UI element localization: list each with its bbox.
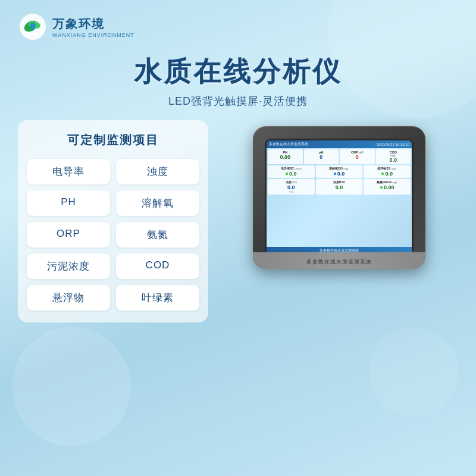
screen-cell-do: 溶解氧DO mg/L 0.0 [316,165,363,178]
main-title: 水质在线分析仪 [0,54,476,90]
device-label-area: 多参数在线水质监测系统 [253,252,425,269]
content-area: 可定制监测项目 电导率 浊度 PH 溶解氧 ORP 氨氮 污泥浓度 COD 悬浮… [0,111,476,331]
screen-bot-row: 浊度 NTU 0.0 NTU 浊度NTU 0.0 氨氮NH3-N mg/L [267,178,412,196]
monitor-item-4: ORP [27,222,110,248]
monitor-item-5: 氨氮 [116,222,199,248]
screen-cell-nh3n: 氨氮NH3-N mg/L 0.00 [364,179,411,195]
screen-cell-ec: 电导率EC uv/cm 0.0 [268,165,315,178]
brand-name-en: WANXIANG ENVIRONMENT [52,32,134,38]
right-panel: 多参数在线水质监测系统 2023/09/22 10:13:20 PH 0.00 … [220,120,458,269]
monitor-item-0: 电导率 [27,159,110,184]
device-screen: 多参数在线水质监测系统 2023/09/22 10:13:20 PH 0.00 … [267,140,412,255]
brand-logo-icon [18,12,48,42]
screen-datetime: 2023/09/22 10:13:20 [377,143,409,146]
monitor-grid: 电导率 浊度 PH 溶解氧 ORP 氨氮 污泥浓度 COD 悬浮物 叶绿素 [27,159,199,311]
device-bezel: 多参数在线水质监测系统 2023/09/22 10:13:20 PH 0.00 … [265,139,414,256]
screen-cell-turbidity: 浊度NTU 0.0 [316,179,363,195]
device: 多参数在线水质监测系统 2023/09/22 10:13:20 PH 0.00 … [253,126,425,269]
monitor-item-3: 溶解氧 [116,190,199,216]
left-panel: 可定制监测项目 电导率 浊度 PH 溶解氧 ORP 氨氮 污泥浓度 COD 悬浮… [18,120,208,322]
monitor-item-8: 悬浮物 [27,285,110,311]
title-section: 水质在线分析仪 LED强背光触摸屏·灵活便携 [0,48,476,111]
logo-area: 万象环境 WANXIANG ENVIRONMENT [18,12,134,42]
screen-cell-ss: 悬浮物SS mg/L 0.0 [364,165,411,178]
device-label: 多参数在线水质监测系统 [306,259,372,265]
monitor-item-1: 浊度 [116,159,199,184]
screen-header: 多参数在线水质监测系统 2023/09/22 10:13:20 [267,140,412,148]
monitor-item-6: 污泥浓度 [27,253,110,279]
screen-mid-row: 电导率EC uv/cm 0.0 溶解氧DO mg/L 0. [267,165,412,178]
screen-cell-tu: 浊度 NTU 0.0 NTU [268,179,315,195]
sub-title: LED强背光触摸屏·灵活便携 [0,94,476,108]
screen-title: 多参数在线水质监测系统 [269,142,308,147]
panel-title: 可定制监测项目 [27,132,199,148]
screen-top-row: PH 0.00 pH 0 ORP mV 0 [267,148,412,165]
monitor-item-9: 叶绿素 [116,285,199,311]
screen-cell-cod: COD mg/L 0.0 [376,149,411,164]
screen-cell-ph2: pH 0 [304,149,339,164]
monitor-item-7: COD [116,253,199,279]
logo-text: 万象环境 WANXIANG ENVIRONMENT [52,16,134,38]
header: 万象环境 WANXIANG ENVIRONMENT [0,0,476,48]
monitor-item-2: PH [27,190,110,216]
screen-cell-orp: ORP mV 0 [340,149,375,164]
brand-name-cn: 万象环境 [52,16,134,32]
screen-cell-ph: PH 0.00 [268,149,303,164]
